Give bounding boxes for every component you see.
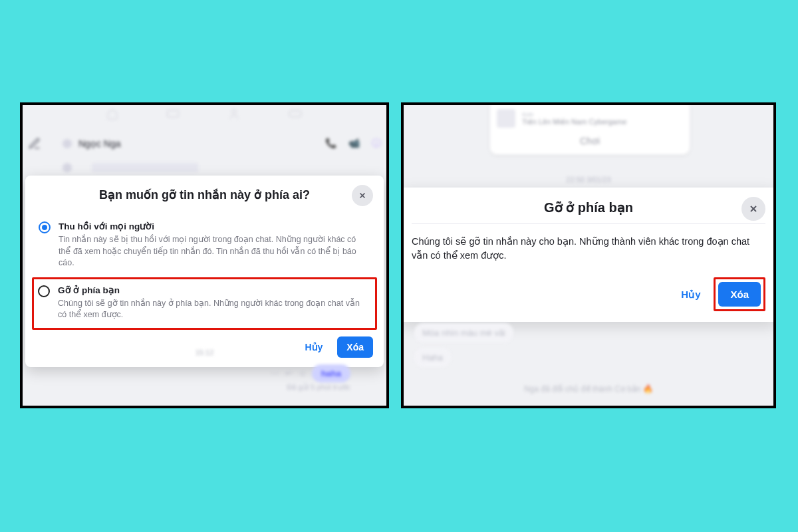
close-button[interactable] [352, 185, 373, 206]
screenshot-left: Ngọc Nga 📞 📹 ⓘ Bạn muốn gỡ tin nhắn này … [20, 102, 389, 408]
system-message: Nga đã đổi chủ đề thành Cơ bản 🔥 [524, 384, 653, 394]
svg-rect-0 [168, 110, 179, 117]
radio-unselected-icon[interactable] [38, 285, 50, 297]
chat-name: Ngọc Nga [78, 138, 120, 149]
placeholder-bar [92, 163, 198, 172]
sent-status: Đã gửi 5 phút trước [287, 383, 350, 392]
dialog-body: Chúng tôi sẽ gỡ tin nhắn này cho bạn. Nh… [412, 235, 765, 263]
avatar [63, 139, 72, 148]
game-icon-label: Icon [522, 111, 626, 118]
screenshot-right: Icon Tiến Lên Miền Nam Cybergame Chơi 22… [401, 102, 776, 408]
reply-icon[interactable]: ↩ [285, 368, 292, 378]
svg-point-1 [232, 110, 236, 114]
video-icon [166, 108, 180, 122]
timestamp: 22:50 3/01/23 [566, 176, 610, 184]
received-message-bubble[interactable]: Móa nhìn màu mè vãi [414, 323, 513, 342]
dialog-title: Gỡ ở phía bạn [412, 200, 765, 215]
received-message-bubble[interactable]: Haha [414, 348, 451, 367]
play-button[interactable]: Chơi [497, 132, 683, 148]
video-call-icon[interactable]: 📹 [348, 138, 360, 150]
close-button[interactable] [741, 197, 765, 221]
game-card[interactable]: Icon Tiến Lên Miền Nam Cybergame Chơi [490, 104, 690, 154]
option-unsend-everyone[interactable]: Thu hồi với mọi người Tin nhắn này sẽ bị… [36, 215, 373, 276]
option-title: Gỡ ở phía bạn [58, 285, 370, 295]
message-reactions: ⋯ ↩ ☺ [271, 368, 307, 378]
avatar [63, 163, 72, 172]
people-icon [228, 108, 240, 122]
option-title: Thu hồi với mọi người [59, 221, 370, 231]
highlight-annotation: Gỡ ở phía bạn Chúng tôi sẽ gỡ tin nhắn n… [32, 277, 377, 330]
call-icon[interactable]: 📞 [325, 138, 336, 150]
cancel-button[interactable]: Hủy [670, 282, 711, 307]
game-nav-icon [288, 109, 303, 121]
unsend-dialog: Bạn muốn gỡ tin nhắn này ở phía ai? Thu … [25, 176, 384, 367]
home-icon [106, 108, 118, 122]
option-description: Tin nhắn này sẽ bị thu hồi với mọi người… [59, 234, 370, 269]
more-icon[interactable]: ⋯ [271, 368, 279, 378]
emoji-react-icon[interactable]: ☺ [299, 368, 307, 378]
game-name: Tiến Lên Miền Nam Cybergame [522, 118, 626, 126]
chat-list-row [63, 158, 381, 177]
remove-confirmation-dialog: Gỡ ở phía bạn Chúng tôi sẽ gỡ tin nhắn n… [401, 188, 776, 322]
option-description: Chúng tôi sẽ gỡ tin nhắn này ở phía bạn.… [58, 298, 370, 321]
app-top-nav [23, 105, 386, 125]
svg-rect-2 [289, 110, 301, 116]
sent-message-bubble[interactable]: haha [312, 364, 350, 382]
chat-header-actions: 📞 📹 ⓘ [325, 138, 381, 150]
radio-selected-icon[interactable] [39, 221, 51, 233]
info-icon[interactable]: ⓘ [372, 138, 381, 150]
delete-button[interactable]: Xóa [718, 282, 761, 307]
option-remove-for-you[interactable]: Gỡ ở phía bạn Chúng tôi sẽ gỡ tin nhắn n… [37, 283, 371, 323]
chat-background: 15:12 ⋯ ↩ ☺ haha Đã gửi 5 phút trước [23, 347, 386, 406]
timestamp: 15:12 [196, 348, 214, 356]
game-thumbnail [497, 109, 515, 128]
chat-messages-background: Móa nhìn màu mè vãi Haha [414, 323, 763, 372]
dialog-title: Bạn muốn gỡ tin nhắn này ở phía ai? [99, 188, 310, 202]
highlight-annotation: Xóa [714, 277, 765, 311]
chat-header: Ngọc Nga 📞 📹 ⓘ [63, 132, 381, 156]
compose-icon[interactable] [28, 137, 44, 153]
